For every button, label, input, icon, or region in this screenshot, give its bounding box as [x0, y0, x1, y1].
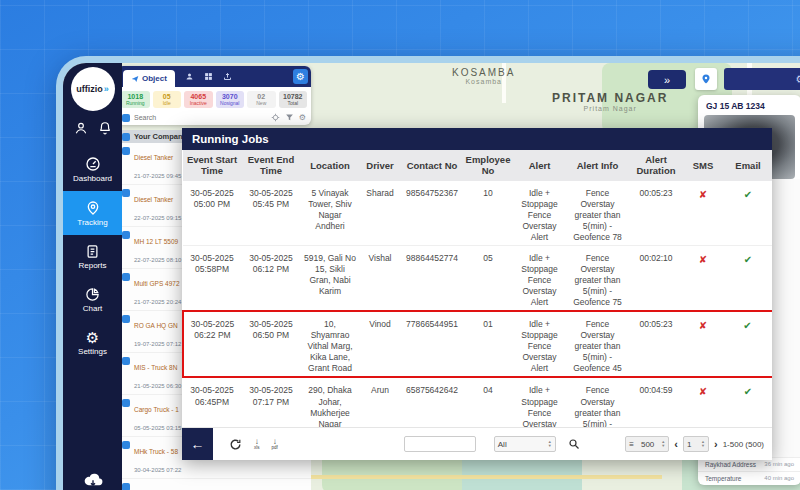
crosshair-icon[interactable]: [271, 113, 280, 122]
bell-icon[interactable]: [98, 121, 112, 135]
sidebar-item-tracking[interactable]: Tracking: [63, 191, 122, 235]
status-chip[interactable]: 02 New: [247, 91, 276, 108]
col-event-end[interactable]: Event End Time: [241, 150, 301, 181]
jobs-header-row: Event Start Time Event End Time Location…: [183, 150, 772, 181]
back-button[interactable]: ←: [182, 428, 213, 461]
next-page-button[interactable]: ›: [714, 438, 718, 450]
jobs-table-row[interactable]: 30-05-2025 06:22 PM 30-05-2025 06:50 PM …: [183, 311, 772, 377]
status-chip[interactable]: 10782 Total: [279, 91, 308, 108]
vehicle-name: MHk Truck - 58: [134, 448, 178, 455]
vehicle-checkbox[interactable]: [122, 441, 130, 449]
page-number-input[interactable]: 1 ▲▼: [683, 436, 709, 452]
jobs-filter-select[interactable]: All ▲▼: [494, 436, 556, 452]
col-email[interactable]: Email: [723, 150, 772, 181]
vehicle-name: MH 12 LT 5509: [134, 238, 178, 245]
jobs-table-row[interactable]: 30-05-2025 06:45PM 30-05-2025 07:17 PM 2…: [183, 377, 772, 427]
sidebar-item-label: Tracking: [77, 218, 107, 227]
vehicle-checkbox[interactable]: [122, 483, 130, 490]
refresh-icon[interactable]: [229, 438, 242, 451]
vehicle-checkbox[interactable]: [122, 147, 130, 155]
cell-location: 5919, Gali No 15, Sikli Gran, Nabi Karim: [301, 246, 359, 312]
filter-icon[interactable]: [285, 113, 294, 122]
col-driver[interactable]: Driver: [359, 150, 401, 181]
vehicle-checkbox[interactable]: [122, 315, 130, 323]
col-alert[interactable]: Alert: [513, 150, 566, 181]
cell-end: 30-05-2025 06:12 PM: [241, 246, 301, 312]
share-tab-icon[interactable]: [223, 72, 232, 81]
vehicle-card-rows: Raykhad Address 36 min ago Temperature 4…: [698, 457, 800, 485]
user-icon[interactable]: [74, 121, 88, 135]
col-sms[interactable]: SMS: [683, 150, 723, 181]
jobs-table-wrap: Event Start Time Event End Time Location…: [182, 150, 772, 427]
dashboard-icon: [85, 156, 101, 172]
vehicle-checkbox[interactable]: [122, 273, 130, 281]
map-label-pritam-nagar: PRITAM NAGAR Pritam Nagar: [552, 91, 668, 112]
running-jobs-modal: Running Jobs Event Start Time Event End …: [182, 128, 772, 460]
vehicle-date: 22-07-2025 08:10: [134, 257, 181, 263]
sidebar-item-reports[interactable]: Reports: [63, 235, 122, 278]
jobs-table-row[interactable]: 30-05-2025 05:00 PM 30-05-2025 05:45 PM …: [183, 181, 772, 246]
cell-contact: 65875642642: [401, 377, 463, 427]
company-checkbox[interactable]: [122, 133, 130, 141]
status-chip[interactable]: 4065 Inactive: [184, 91, 213, 108]
col-event-start[interactable]: Event Start Time: [183, 150, 241, 181]
cell-alert: Idle + Stoppage Fence Overstay Alert: [513, 246, 566, 312]
prev-page-button[interactable]: ‹: [674, 438, 678, 450]
sms-status-icon: ✘: [683, 181, 723, 246]
sidebar-item-chart[interactable]: Chart: [63, 278, 122, 321]
col-alert-duration[interactable]: Alert Duration: [629, 150, 683, 181]
vehicle-checkbox[interactable]: [122, 357, 130, 365]
vehicle-date: 05-05-2025 03:15: [134, 425, 181, 431]
tracking-icon: [85, 200, 101, 216]
jobs-table-row[interactable]: 30-05-2025 05:58PM 30-05-2025 06:12 PM 5…: [183, 246, 772, 312]
settings-gear-icon: ⚙: [86, 330, 99, 345]
cell-alert-info: Fence Overstay greater than 5(min) - Geo…: [566, 377, 629, 427]
cloud-download-icon[interactable]: [83, 473, 103, 489]
email-status-icon: ✔: [723, 377, 772, 427]
reports-icon: [85, 244, 100, 259]
locate-vehicle-button[interactable]: [695, 68, 717, 90]
status-chip[interactable]: 3070 Nosignal: [216, 91, 245, 108]
tab-object[interactable]: Object: [123, 70, 175, 87]
cell-employee: 01: [463, 311, 513, 377]
export-pdf-button[interactable]: ↓ pdf: [272, 438, 278, 451]
panel-gear-icon[interactable]: ⚙: [299, 113, 306, 122]
select-all-checkbox[interactable]: [122, 114, 130, 122]
jobs-search-input[interactable]: [404, 436, 476, 452]
cell-driver: Vishal: [359, 246, 401, 312]
cell-end: 30-05-2025 06:50 PM: [241, 311, 301, 377]
map-options-bar[interactable]: ⚙: [724, 68, 800, 90]
object-tabbar: Object ⚙: [117, 66, 311, 87]
vehicle-list-item[interactable]: Tanker MH 12 27-04-2025 07:18: [117, 479, 311, 490]
chart-icon: [85, 287, 100, 302]
page-size-select[interactable]: ≡ 500 ▲▼: [625, 436, 669, 452]
col-location[interactable]: Location: [301, 150, 359, 181]
sidebar-item-dashboard[interactable]: Dashboard: [63, 147, 122, 191]
col-employee[interactable]: Employee No: [463, 150, 513, 181]
map-gear-icon[interactable]: ⚙: [795, 73, 800, 86]
status-chip[interactable]: 05 Idle: [153, 91, 182, 108]
export-xls-button[interactable]: ↓ xls: [254, 438, 260, 451]
cell-duration: 00:02:10: [629, 246, 683, 312]
col-alert-info[interactable]: Alert Info: [566, 150, 629, 181]
cell-employee: 04: [463, 377, 513, 427]
jobs-footer-toolbar: ← ↓ xls ↓ pdf All ▲▼: [182, 427, 772, 460]
col-contact[interactable]: Contact No: [401, 150, 463, 181]
grid-tab-icon[interactable]: [204, 72, 213, 81]
vehicle-name: Multi GPS 4972: [134, 280, 180, 287]
search-icon[interactable]: [568, 438, 580, 450]
expand-panel-button[interactable]: »: [648, 70, 686, 89]
sidebar-item-settings[interactable]: ⚙ Settings: [63, 321, 122, 364]
object-search-row: ⚙: [117, 111, 311, 125]
vehicle-checkbox[interactable]: [122, 399, 130, 407]
object-search-input[interactable]: [134, 114, 267, 121]
cell-contact: 77866544951: [401, 311, 463, 377]
vehicle-tab-icon[interactable]: [185, 72, 194, 81]
cell-driver: Arun: [359, 377, 401, 427]
status-chips: 1018 Running 05 Idle 4065 Inactive: [117, 87, 311, 111]
status-chip[interactable]: 1018 Running: [121, 91, 150, 108]
cell-employee: 10: [463, 181, 513, 246]
vehicle-checkbox[interactable]: [122, 189, 130, 197]
vehicle-checkbox[interactable]: [122, 231, 130, 239]
object-settings-gear-icon[interactable]: ⚙: [293, 69, 308, 84]
